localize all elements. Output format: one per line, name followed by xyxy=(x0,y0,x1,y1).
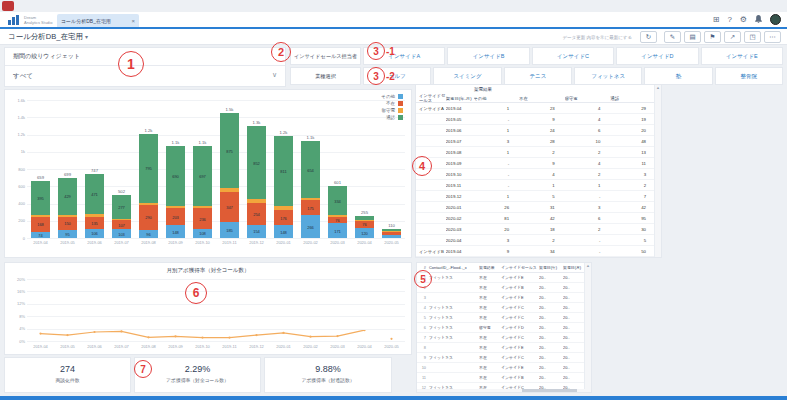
app-bar: Dream Analytics Studio コール分析DB_在宅用 × ⊞ ?… xyxy=(0,12,787,29)
table-row[interactable]: 4フィットネス不在インサイドC20..20.. xyxy=(417,303,585,313)
stacked-bar[interactable]: 697236108 xyxy=(193,146,212,238)
stacked-bar[interactable]: 39516874 xyxy=(31,181,50,238)
stacked-bar[interactable] xyxy=(382,229,401,238)
legend-swatch-icon xyxy=(398,94,403,99)
stacked-bar[interactable]: 690203148 xyxy=(166,146,185,238)
legend-label: 通話 xyxy=(386,115,395,120)
save-button[interactable]: ▤ xyxy=(684,31,701,43)
document-tab[interactable]: コール分析DB_在宅用 × xyxy=(57,14,139,27)
fullscreen-button[interactable]: ◳ xyxy=(744,31,761,43)
table-cell: 20.. xyxy=(539,295,563,300)
logo-line2: Analytics Studio xyxy=(24,20,52,25)
table5-vertical-scrollbar[interactable]: ▲ xyxy=(584,263,591,392)
rep-filter-button[interactable]: インサイドC xyxy=(532,47,614,65)
rep-filter-button[interactable]: インサイドE xyxy=(701,47,783,65)
table-row[interactable]: 6フィットネス留守電インサイドD20..20.. xyxy=(417,323,585,333)
table-row[interactable]: 2019-1215-7 xyxy=(416,191,656,202)
edit-button[interactable]: ✎ xyxy=(664,31,681,43)
rep-filter-button[interactable]: インサイドB xyxy=(447,47,529,65)
table-cell: 2020-04 xyxy=(446,235,474,245)
industry-filter-button[interactable]: スイミング xyxy=(433,67,501,85)
table-row[interactable]: 2019-073281048 xyxy=(416,136,656,147)
table-cell: インサイドC xyxy=(501,335,539,340)
y-tick-label: 0 xyxy=(7,236,25,241)
rep-filter-button[interactable]: インサイドD xyxy=(616,47,698,65)
table5-horizontal-scrollbar[interactable] xyxy=(417,389,585,392)
x-tick-label: 2019-05 xyxy=(54,344,81,349)
table-cell xyxy=(416,213,446,223)
x-tick-label: 2020-02 xyxy=(297,344,324,349)
table-row[interactable]: 7フィットネス不在インサイドC20..20.. xyxy=(417,333,585,343)
kpi-card-deals: 274 商談化件数 xyxy=(4,357,131,393)
help-icon[interactable]: ? xyxy=(727,15,731,24)
table-row[interactable]: 2020-032018230 xyxy=(416,224,656,235)
industry-filter-button[interactable]: ゴルフ xyxy=(363,67,431,85)
table-row[interactable]: 2不在インサイドB20..20.. xyxy=(417,283,585,293)
table-cell: 20.. xyxy=(563,355,585,360)
gridline xyxy=(27,152,405,153)
stacked-bar[interactable]: 852254154 xyxy=(247,126,266,238)
stacked-bar[interactable]: 277107103 xyxy=(112,195,131,238)
apps-grid-icon[interactable]: ⊞ xyxy=(713,15,720,24)
table-cell: 2019-08 xyxy=(446,147,474,157)
table-row[interactable]: 9フィットネス不在インサイドC20..20.. xyxy=(417,353,585,363)
table-row[interactable]: 2020-028142695 xyxy=(416,213,656,224)
table-row[interactable]: 2019-11-112 xyxy=(416,180,656,191)
table-cell: 2019-04 xyxy=(446,103,474,113)
industry-selector-row: ゴルフスイミングテニスフィットネス塾整骨院 xyxy=(363,67,783,85)
table-cell: 18 xyxy=(519,224,565,234)
more-button[interactable]: ⋯ xyxy=(764,31,781,43)
table-row[interactable]: 2020-012631342 xyxy=(416,202,656,213)
bar-total-label: 1.2k xyxy=(131,128,166,133)
table-cell: 20 xyxy=(473,224,519,234)
table-row[interactable]: 8不在インサイドE20..20.. xyxy=(417,343,585,353)
gridline xyxy=(27,100,405,101)
table-row[interactable]: 5フィットネス不在インサイドC20..20.. xyxy=(417,313,585,323)
table-row[interactable]: 2019-06124620 xyxy=(416,125,656,136)
bar-segment-4: 395 xyxy=(31,181,50,215)
stacked-bar[interactable]: 875347185 xyxy=(220,113,239,238)
chevron-down-icon[interactable]: ∨ xyxy=(272,71,277,79)
stacked-bar[interactable]: 79529096 xyxy=(139,134,158,238)
industry-filter-button[interactable]: 整骨院 xyxy=(715,67,783,85)
x-tick-label: 2019-08 xyxy=(135,344,162,349)
table-cell: 4 xyxy=(565,103,611,113)
refresh-button[interactable]: ↻ xyxy=(640,31,657,43)
stacked-bar[interactable]: 33476171 xyxy=(328,186,347,238)
table-row[interactable]: 2020-0432-5 xyxy=(416,235,656,246)
flag-button[interactable]: ⚑ xyxy=(704,31,721,43)
rep-filter-button[interactable]: インサイドA xyxy=(363,47,445,65)
table4-vertical-scrollbar[interactable]: ▲ xyxy=(654,85,661,257)
table-row[interactable]: 2019-05-9419 xyxy=(416,114,656,125)
industry-filter-button[interactable]: フィットネス xyxy=(574,67,642,85)
period-filter-select[interactable]: すべて xyxy=(13,72,33,81)
table-row[interactable]: 3不在インサイドE20..20.. xyxy=(417,293,585,303)
stacked-bar[interactable]: 42915095 xyxy=(58,178,77,238)
share-button[interactable]: ↗ xyxy=(724,31,741,43)
title-dropdown-caret-icon[interactable]: ▾ xyxy=(85,34,88,40)
table-row[interactable]: 2019-09-9411 xyxy=(416,158,656,169)
stacked-bar[interactable]: 654175266 xyxy=(301,141,320,238)
tab-close-icon[interactable]: × xyxy=(131,18,135,24)
segment-value-label: 875 xyxy=(220,148,239,153)
table-row[interactable]: インサイドA2019-04123429 xyxy=(416,103,656,114)
table-row[interactable]: 11不在インサイドB20..20.. xyxy=(417,373,585,383)
column-header: インサイドセールス xyxy=(416,94,446,102)
table-cell: 50 xyxy=(610,246,656,256)
table-row[interactable]: 1フィットネス不在インサイドE20..20.. xyxy=(417,273,585,283)
stacked-bar[interactable]: 76120 xyxy=(355,216,374,238)
table-row[interactable]: 10不在インサイドE20..20.. xyxy=(417,363,585,373)
stacked-bar[interactable]: 811176148 xyxy=(274,136,293,238)
notification-bell-icon[interactable] xyxy=(755,15,762,24)
settings-gear-icon[interactable]: ⚙ xyxy=(740,15,747,24)
table-row[interactable]: 2019-10-423 xyxy=(416,169,656,180)
table-row[interactable]: 2019-0812213 xyxy=(416,147,656,158)
report-title[interactable]: コール分析DB_在宅用 ▾ xyxy=(8,32,88,42)
industry-filter-button[interactable]: テニス xyxy=(504,67,572,85)
industry-filter-button[interactable]: 塾 xyxy=(644,67,712,85)
bar-segment-4: 690 xyxy=(166,146,185,206)
stacked-bar[interactable]: 471135106 xyxy=(85,174,104,238)
user-avatar[interactable] xyxy=(770,14,781,25)
legend-item: 通話 xyxy=(381,114,403,121)
table-row[interactable]: インサイドB2019-04934-50 xyxy=(416,246,656,257)
